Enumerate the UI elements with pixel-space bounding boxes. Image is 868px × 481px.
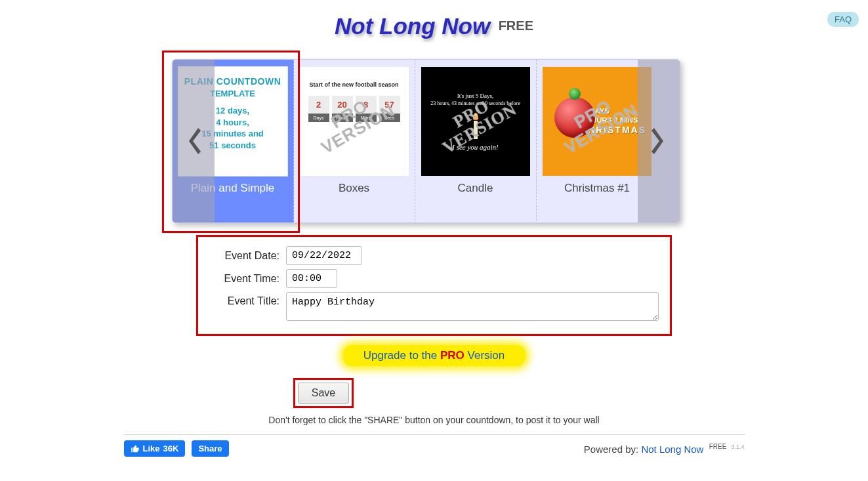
thumb-boxes-row: 2Days 20Hours 8Mins 57Secs <box>305 96 403 122</box>
share-reminder-text: Don't forget to click the "SHARE" button… <box>0 415 868 425</box>
upgrade-pro-link[interactable]: Upgrade to the PRO Version <box>343 345 526 366</box>
footer: Like 36K Share Powered by: Not Long Now … <box>124 434 745 457</box>
template-thumb: 84 DAYS 8 HOURS 2 MINS CHRISTMAS PROVERS… <box>542 66 652 177</box>
template-carousel: PLAIN COUNTDOWN TEMPLATE 12 days, 4 hour… <box>172 59 680 223</box>
carousel-next-button[interactable] <box>638 60 680 222</box>
save-highlight: Save <box>293 378 354 408</box>
thumb-num: 8 <box>356 96 377 114</box>
event-time-label: Event Time: <box>207 273 286 285</box>
template-label: Candle <box>419 182 532 195</box>
fb-share-button[interactable]: Share <box>192 440 228 457</box>
powered-badge: FREE <box>709 443 727 450</box>
share-label: Share <box>198 444 222 453</box>
thumb-text: 23 hours, 43 minutes and 0 seconds befor… <box>430 100 520 106</box>
page-title-wrap: Not Long Now FREE <box>0 0 868 39</box>
version-text: 3.1.4 <box>731 444 744 450</box>
template-thumb: It's just 5 Days, 23 hours, 43 minutes a… <box>421 66 531 177</box>
like-count: 36K <box>163 444 179 453</box>
thumb-text: Start of the new football season <box>305 81 403 88</box>
fb-like-button[interactable]: Like 36K <box>124 440 186 457</box>
thumb-lbl: Days <box>308 114 329 122</box>
template-boxes[interactable]: Start of the new football season 2Days 2… <box>294 60 415 223</box>
template-thumb: Start of the new football season 2Days 2… <box>299 66 409 177</box>
social-buttons: Like 36K Share <box>124 440 229 457</box>
template-carousel-wrap: PLAIN COUNTDOWN TEMPLATE 12 days, 4 hour… <box>172 59 697 223</box>
ornament-icon <box>554 97 595 138</box>
page-title-badge: FREE <box>499 18 533 33</box>
event-title-input[interactable] <box>286 292 659 321</box>
thumb-num: 57 <box>379 96 400 114</box>
template-candle[interactable]: It's just 5 Days, 23 hours, 43 minutes a… <box>415 60 537 223</box>
powered-by: Powered by: Not Long Now FREE 3.1.4 <box>584 443 745 455</box>
chevron-right-icon <box>650 127 667 156</box>
promo-pro: PRO <box>440 349 465 362</box>
like-label: Like <box>143 444 160 453</box>
event-form: Event Date: Event Time: Event Title: <box>196 235 672 336</box>
powered-link[interactable]: Not Long Now <box>641 444 703 455</box>
thumb-num: 2 <box>308 96 329 114</box>
save-button[interactable]: Save <box>298 383 349 404</box>
thumbs-up-icon <box>131 444 140 453</box>
candle-icon <box>474 121 478 139</box>
event-date-label: Event Date: <box>207 250 286 262</box>
event-date-input[interactable] <box>286 246 362 265</box>
carousel-prev-button[interactable] <box>173 60 215 222</box>
chevron-left-icon <box>185 127 202 156</box>
event-time-input[interactable] <box>286 269 337 288</box>
powered-label: Powered by: <box>584 444 642 455</box>
carousel-items: PLAIN COUNTDOWN TEMPLATE 12 days, 4 hour… <box>173 60 680 222</box>
thumb-lbl: Secs <box>379 114 400 122</box>
template-label: Boxes <box>298 182 411 195</box>
event-title-label: Event Title: <box>207 292 286 307</box>
thumb-text: I see you again! <box>452 143 499 151</box>
thumb-lbl: Hours <box>332 114 353 122</box>
page-title: Not Long Now <box>335 13 490 39</box>
thumb-num: 20 <box>332 96 353 114</box>
thumb-text: It's just 5 Days, <box>457 93 494 99</box>
faq-button[interactable]: FAQ <box>827 12 859 27</box>
promo-text: Upgrade to the <box>363 349 440 362</box>
thumb-lbl: Mins <box>356 114 377 122</box>
promo-text: Version <box>465 349 505 362</box>
